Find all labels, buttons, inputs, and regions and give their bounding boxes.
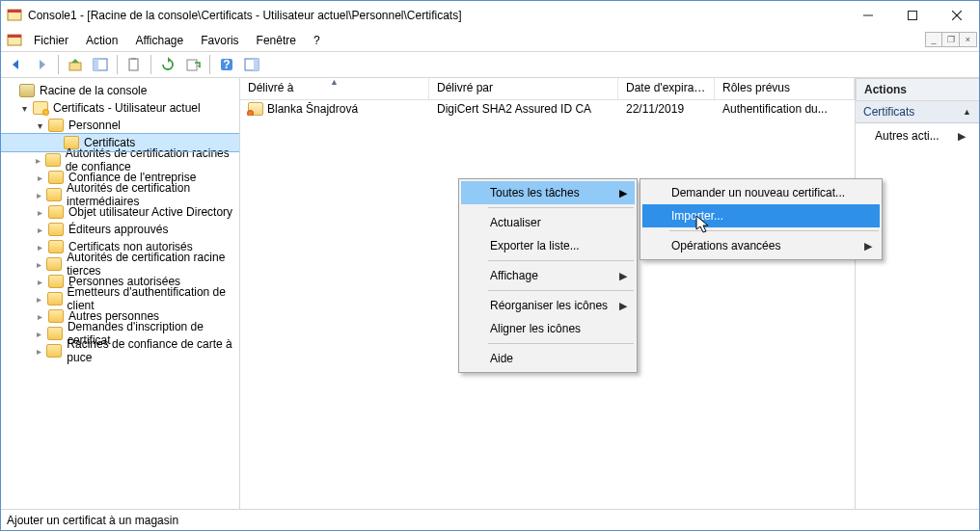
expand-icon[interactable]	[34, 120, 45, 131]
expand-icon[interactable]	[34, 329, 44, 339]
tree-item[interactable]: Émetteurs d'authentification de client	[1, 290, 239, 307]
svg-text:?: ?	[223, 58, 230, 71]
menu-aide[interactable]: Aide	[461, 347, 635, 370]
show-hide-action-pane-button[interactable]	[240, 54, 263, 75]
sort-asc-icon: ▲	[330, 78, 339, 87]
tree-item[interactable]: Objet utilisateur Active Directory	[1, 203, 239, 221]
submenu-arrow-icon: ▶	[619, 270, 627, 282]
certificate-icon	[248, 102, 263, 116]
folder-icon	[45, 153, 61, 167]
svg-rect-7	[8, 35, 21, 38]
certificate-store-icon	[33, 101, 48, 115]
expand-icon[interactable]	[34, 173, 45, 183]
col-roles[interactable]: Rôles prévus	[715, 78, 855, 99]
menu-favoris[interactable]: Favoris	[193, 32, 246, 49]
menu-exporter-liste[interactable]: Exporter la liste...	[461, 234, 635, 257]
menu-affichage[interactable]: Affichage	[127, 32, 191, 49]
toolbar: ?	[1, 51, 979, 78]
cell-roles: Authentification du...	[715, 102, 856, 116]
svg-rect-11	[129, 59, 138, 70]
tree-item[interactable]: Autorités de certification racine tierce…	[1, 255, 239, 273]
col-date[interactable]: Date d'expirati...	[618, 78, 715, 99]
menu-aide[interactable]: ?	[306, 32, 328, 49]
expand-icon[interactable]	[34, 311, 45, 322]
svg-rect-1	[8, 10, 21, 13]
menu-separator	[488, 343, 634, 344]
submenu-arrow-icon: ▶	[619, 300, 627, 312]
show-hide-tree-button[interactable]	[89, 54, 112, 75]
folder-icon	[46, 188, 62, 201]
actions-section[interactable]: Certificats▲	[856, 101, 979, 123]
expand-icon[interactable]	[34, 207, 45, 218]
forward-button[interactable]	[30, 54, 53, 75]
mdi-restore[interactable]: ❐	[942, 32, 960, 47]
menu-fichier[interactable]: Fichier	[26, 32, 76, 49]
tree-item[interactable]: Racines de confiance de carte à puce	[1, 342, 239, 359]
tree-item[interactable]: Éditeurs approuvés	[1, 221, 239, 238]
expand-icon[interactable]	[34, 225, 45, 235]
actions-header: Actions	[856, 78, 979, 101]
tree-pane[interactable]: Racine de la console Certificats - Utili…	[1, 78, 240, 509]
menu-separator	[488, 260, 634, 261]
menu-reorganiser[interactable]: Réorganiser les icônes▶	[461, 294, 635, 317]
expand-icon[interactable]	[34, 277, 45, 287]
help-button[interactable]: ?	[215, 54, 238, 75]
menu-importer[interactable]: Importer...	[642, 204, 880, 227]
expand-icon[interactable]	[34, 346, 43, 357]
svg-rect-13	[187, 60, 197, 70]
menu-aligner[interactable]: Aligner les icônes	[461, 317, 635, 340]
folder-icon	[47, 327, 63, 340]
tree-certs-user[interactable]: Certificats - Utilisateur actuel	[1, 99, 239, 117]
tree-item[interactable]: Autorités de certification intermédiaire…	[1, 186, 239, 203]
folder-icon	[48, 275, 64, 288]
tree-root[interactable]: Racine de la console	[1, 82, 239, 99]
menu-separator	[669, 230, 879, 231]
mdi-minimize[interactable]: _	[925, 32, 942, 47]
expand-icon[interactable]	[34, 294, 44, 305]
menu-demander-certificat[interactable]: Demander un nouveau certificat...	[642, 181, 880, 204]
folder-icon	[47, 292, 63, 305]
menu-fenetre[interactable]: Fenêtre	[249, 32, 304, 49]
col-delivre-a[interactable]: Délivré à▲	[240, 78, 429, 99]
mdi-close[interactable]: ×	[960, 32, 977, 47]
folder-icon	[48, 240, 64, 253]
refresh-button[interactable]	[156, 54, 179, 75]
minimize-button[interactable]	[846, 1, 890, 30]
menu-operations-avancees[interactable]: Opérations avancées▶	[642, 234, 880, 257]
menu-actualiser[interactable]: Actualiser	[461, 211, 635, 234]
submenu-arrow-icon: ▶	[619, 187, 627, 199]
svg-rect-10	[94, 59, 98, 70]
svg-rect-3	[909, 12, 917, 20]
col-delivre-par[interactable]: Délivré par	[429, 78, 618, 99]
certificate-row[interactable]: Blanka Šnajdrová DigiCert SHA2 Assured I…	[240, 100, 856, 118]
expand-icon[interactable]	[34, 242, 45, 252]
expand-icon[interactable]	[18, 103, 30, 114]
actions-more[interactable]: Autres acti...▶	[856, 123, 979, 148]
tree-item[interactable]: Autorités de certification racines de co…	[1, 151, 239, 169]
svg-rect-8	[69, 63, 81, 70]
menu-toutes-taches[interactable]: Toutes les tâches▶	[461, 181, 635, 204]
up-button[interactable]	[64, 54, 87, 75]
folder-icon	[46, 344, 62, 358]
cell-delivre-par: DigiCert SHA2 Assured ID CA	[429, 102, 618, 116]
copy-button[interactable]	[122, 54, 146, 75]
expand-icon[interactable]	[34, 155, 42, 166]
context-menu: Toutes les tâches▶ Actualiser Exporter l…	[458, 178, 638, 373]
chevron-right-icon: ▶	[958, 130, 966, 143]
export-button[interactable]	[181, 54, 204, 75]
maximize-button[interactable]	[890, 1, 935, 30]
expand-icon[interactable]	[34, 190, 43, 200]
cell-delivre-a: Blanka Šnajdrová	[267, 102, 358, 116]
back-button[interactable]	[5, 54, 28, 75]
menu-action[interactable]: Action	[78, 32, 125, 49]
mdi-controls: _ ❐ ×	[925, 32, 977, 47]
menu-affichage[interactable]: Affichage▶	[461, 264, 635, 287]
expand-icon[interactable]	[34, 259, 43, 270]
status-bar: Ajouter un certificat à un magasin	[1, 509, 979, 530]
folder-icon	[48, 223, 64, 236]
tree-personnel[interactable]: Personnel	[1, 117, 239, 134]
menu-separator	[488, 207, 634, 208]
mmc-small-icon	[7, 33, 22, 48]
close-button[interactable]	[935, 1, 979, 30]
folder-icon	[48, 119, 64, 132]
